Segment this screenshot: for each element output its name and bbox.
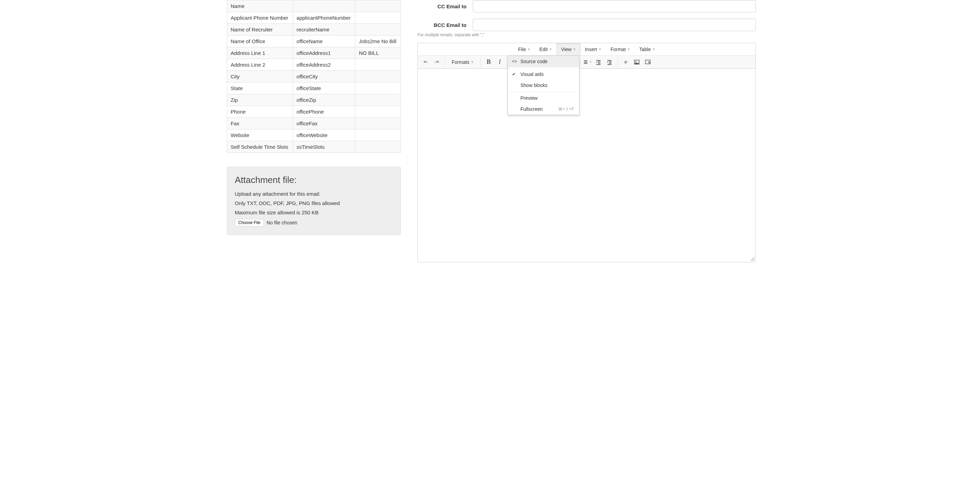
- italic-icon[interactable]: I: [495, 57, 505, 67]
- field-extra: [355, 71, 401, 83]
- field-extra: [355, 83, 401, 94]
- caret-down-icon: ▼: [573, 48, 576, 51]
- field-label: Self Schedule Time Slots: [227, 141, 293, 153]
- field-label: Phone: [227, 106, 293, 118]
- menu-insert[interactable]: Insert ▼: [581, 43, 606, 55]
- editor-menubar: File ▼Edit ▼View ▼Insert ▼Format ▼Table …: [418, 43, 756, 56]
- code-icon: <>: [512, 59, 517, 64]
- field-variable: applicantPhoneNumber: [293, 12, 355, 24]
- field-extra: [355, 141, 401, 153]
- redo-icon[interactable]: [432, 57, 442, 67]
- field-extra: NO BILL: [355, 47, 401, 59]
- caret-down-icon: ▼: [652, 48, 655, 51]
- editor-toolbar: Formats ▼ B I ▼: [418, 56, 756, 69]
- menu-edit[interactable]: Edit ▼: [535, 43, 557, 55]
- check-icon: ✔: [512, 72, 515, 76]
- field-label: Address Line 2: [227, 59, 293, 71]
- field-variable: officeAddress1: [293, 47, 355, 59]
- cc-email-input[interactable]: [473, 0, 756, 13]
- field-extra: [355, 106, 401, 118]
- no-file-label: No file chosen: [267, 220, 298, 226]
- table-row: ZipofficeZip: [227, 94, 401, 106]
- menu-visual-aids[interactable]: ✔ Visual aids: [508, 69, 579, 80]
- indent-icon[interactable]: [604, 57, 615, 67]
- attachment-desc-2: Only TXT, DOC, PDF, JPG, PNG files allow…: [235, 200, 393, 206]
- resize-handle-icon[interactable]: [750, 256, 755, 261]
- rich-text-editor: File ▼Edit ▼View ▼Insert ▼Format ▼Table …: [417, 43, 756, 262]
- link-icon[interactable]: [620, 57, 631, 67]
- cc-email-row: CC Email to: [417, 0, 756, 13]
- fullscreen-shortcut: ⌘+⇧+F: [558, 107, 574, 111]
- attachment-title: Attachment file:: [235, 175, 393, 185]
- view-dropdown: <> Source code ✔ Visual aids Show blocks…: [508, 56, 579, 115]
- field-variable: recruiterName: [293, 24, 355, 35]
- menu-view[interactable]: View ▼: [557, 43, 581, 55]
- caret-down-icon: ▼: [598, 48, 601, 51]
- caret-down-icon: ▼: [549, 48, 552, 51]
- list-dropdown-icon[interactable]: ▼: [582, 57, 593, 67]
- bcc-email-input[interactable]: [473, 19, 756, 31]
- field-label: Applicant Phone Number: [227, 12, 293, 24]
- menu-show-blocks[interactable]: Show blocks: [508, 80, 579, 91]
- field-extra: [355, 59, 401, 71]
- svg-point-1: [635, 61, 636, 62]
- table-row: Name: [227, 0, 401, 12]
- field-variable: officeFax: [293, 118, 355, 129]
- undo-icon[interactable]: [421, 57, 431, 67]
- field-label: Zip: [227, 94, 293, 106]
- table-row: PhoneofficePhone: [227, 106, 401, 118]
- menu-fullscreen[interactable]: Fullscreen ⌘+⇧+F: [508, 103, 579, 114]
- cc-email-label: CC Email to: [417, 3, 473, 10]
- caret-down-icon: ▼: [627, 48, 630, 51]
- attachment-panel: Attachment file: Upload any attachment f…: [227, 167, 401, 235]
- menu-source-code[interactable]: <> Source code: [508, 56, 579, 67]
- field-label: Name of Office: [227, 35, 293, 47]
- field-extra: [355, 129, 401, 141]
- field-extra: Jobs2me No Bill: [355, 35, 401, 47]
- caret-down-icon: ▼: [527, 48, 530, 51]
- bcc-email-label: BCC Email to: [417, 22, 473, 28]
- choose-file-button[interactable]: Choose File: [235, 219, 264, 226]
- table-row: Address Line 1officeAddress1NO BILL: [227, 47, 401, 59]
- table-row: Address Line 2officeAddress2: [227, 59, 401, 71]
- field-variable: [293, 0, 355, 12]
- field-variable: ssTimeSlots: [293, 141, 355, 153]
- field-variable: officeWebsite: [293, 129, 355, 141]
- field-extra: [355, 0, 401, 12]
- bold-icon[interactable]: B: [484, 57, 494, 67]
- field-extra: [355, 118, 401, 129]
- field-variable: officeCity: [293, 71, 355, 83]
- svg-point-3: [648, 62, 649, 63]
- table-row: FaxofficeFax: [227, 118, 401, 129]
- table-row: Name of RecruiterrecruiterName: [227, 24, 401, 35]
- field-label: Name of Recruiter: [227, 24, 293, 35]
- multi-email-hint: For multiple emails, separate with ",": [417, 32, 756, 37]
- preview-icon[interactable]: [643, 57, 653, 67]
- field-variable: officeName: [293, 35, 355, 47]
- table-row: Applicant Phone NumberapplicantPhoneNumb…: [227, 12, 401, 24]
- table-row: Self Schedule Time SlotsssTimeSlots: [227, 141, 401, 153]
- table-row: CityofficeCity: [227, 71, 401, 83]
- menu-format[interactable]: Format ▼: [606, 43, 635, 55]
- field-variable: officeAddress2: [293, 59, 355, 71]
- menu-table[interactable]: Table ▼: [635, 43, 660, 55]
- field-label: Address Line 1: [227, 47, 293, 59]
- attachment-desc-1: Upload any attachment for this email:: [235, 191, 393, 197]
- field-label: City: [227, 71, 293, 83]
- attachment-desc-3: Maximum file size allowed is 250 KB: [235, 210, 393, 215]
- field-variable: officePhone: [293, 106, 355, 118]
- image-icon[interactable]: [632, 57, 642, 67]
- menu-file[interactable]: File ▼: [514, 43, 535, 55]
- editor-content-area[interactable]: [418, 69, 756, 262]
- field-extra: [355, 24, 401, 35]
- variable-table: NameApplicant Phone NumberapplicantPhone…: [227, 0, 401, 153]
- field-label: Website: [227, 129, 293, 141]
- table-row: StateofficeState: [227, 83, 401, 94]
- formats-dropdown-button[interactable]: Formats ▼: [448, 57, 477, 67]
- field-variable: officeState: [293, 83, 355, 94]
- menu-preview[interactable]: Preview: [508, 92, 579, 103]
- field-extra: [355, 12, 401, 24]
- outdent-icon[interactable]: [593, 57, 604, 67]
- field-label: Fax: [227, 118, 293, 129]
- field-extra: [355, 94, 401, 106]
